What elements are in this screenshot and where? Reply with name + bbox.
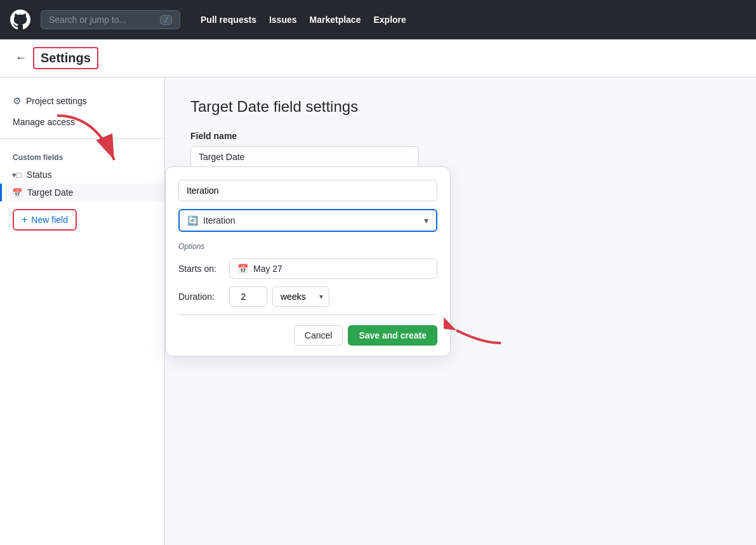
iteration-search-icon: 🔄 [187,215,198,225]
duration-group: days weeks months [229,286,329,307]
plus-icon: + [22,214,27,225]
content-title: Target Date field settings [190,98,731,116]
explore-link[interactable]: Explore [368,11,411,29]
field-name-input[interactable] [190,146,419,168]
modal-options-title: Options [178,242,437,251]
duration-label: Duration: [178,292,223,302]
save-create-button[interactable]: Save and create [348,325,437,346]
new-field-button[interactable]: + New field [13,209,77,231]
starts-on-row: Starts on: 📅 May 27 [178,259,437,279]
target-date-label: Target Date [27,187,73,198]
github-logo-icon[interactable] [10,10,30,30]
field-name-label: Field name [190,131,731,141]
gear-icon: ⚙ [13,95,21,107]
topnav-links: Pull requests Issues Marketplace Explore [196,11,411,29]
modal-footer: Cancel Save and create [178,314,437,356]
sidebar-item-project-settings[interactable]: ⚙ Project settings [0,90,164,112]
status-label: Status [27,170,52,180]
modal-name-input[interactable] [178,180,437,201]
search-shortcut: / [160,15,172,25]
settings-title: Settings [33,47,98,69]
new-field-modal: 🔄 Iteration ▾ Options Starts on: 📅 May 2… [165,166,451,356]
main-layout: ⚙ Project settings Manage access Custom … [0,77,756,545]
project-settings-label: Project settings [26,96,87,106]
duration-number-input[interactable] [229,286,267,307]
calendar-icon: 📅 [12,188,22,198]
back-button[interactable]: ← [15,51,27,65]
modal-type-select[interactable]: 🔄 Iteration ▾ [178,209,437,232]
modal-select-value: Iteration [203,215,235,225]
settings-header: ← Settings [0,39,756,77]
chevron-down-icon: ▾ [424,215,428,225]
calendar-icon-small: 📅 [237,264,248,274]
status-icon: ▾□ [12,170,22,180]
field-name-section: Field name [190,131,731,168]
issues-link[interactable]: Issues [264,11,302,29]
duration-unit-wrapper: days weeks months [272,286,329,307]
new-field-label: New field [31,215,68,225]
search-bar[interactable]: Search or jump to... / [41,10,180,29]
duration-row: Duration: days weeks months [178,286,437,307]
sidebar-item-target-date[interactable]: 📅 Target Date [0,184,164,201]
topnav: Search or jump to... / Pull requests Iss… [0,0,756,39]
starts-on-value: May 27 [253,264,282,274]
starts-on-input[interactable]: 📅 May 27 [229,259,437,279]
marketplace-link[interactable]: Marketplace [305,11,366,29]
cancel-button[interactable]: Cancel [294,325,343,346]
pull-requests-link[interactable]: Pull requests [196,11,262,29]
starts-on-label: Starts on: [178,264,223,274]
duration-unit-select[interactable]: days weeks months [272,286,329,307]
content-area: Target Date field settings Field name ty… [165,77,756,545]
modal-select-inner: 🔄 Iteration [187,215,419,225]
red-arrow-2-icon [444,311,507,349]
search-placeholder: Search or jump to... [49,15,155,25]
red-arrow-1-icon [51,109,127,173]
new-field-area: + New field [0,201,164,231]
